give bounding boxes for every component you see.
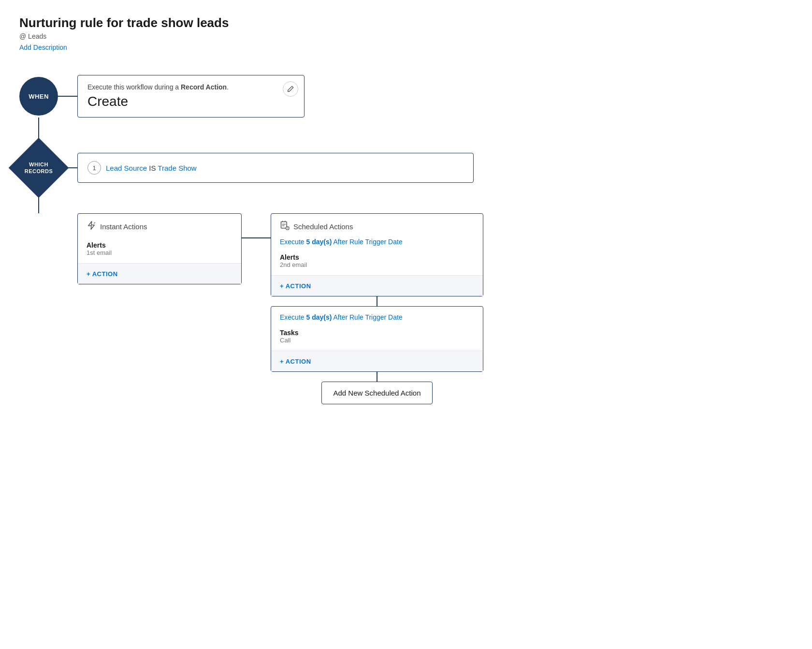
when-card: Execute this workflow during a Record Ac…: [77, 75, 304, 118]
when-node-area: WHEN: [19, 77, 58, 116]
scheduled-actions-column: Scheduled Actions Execute 5 day(s) After…: [271, 213, 483, 404]
actions-area: Instant Actions Alerts 1st email + ACTIO…: [77, 213, 793, 404]
action-type: Create: [87, 94, 294, 109]
svg-rect-0: [281, 222, 287, 228]
which-node-area: WHICH RECORDS: [19, 147, 58, 189]
scheduled-v-connector-1: [377, 296, 377, 306]
instant-actions-title: Instant Actions: [100, 222, 147, 231]
condition-value: Trade Show: [158, 164, 196, 172]
scheduled-actions-card-2: Execute 5 day(s) After Rule Trigger Date…: [271, 306, 483, 372]
condition-row: 1 Lead Source IS Trade Show: [87, 161, 464, 175]
condition-number: 1: [87, 161, 101, 175]
instant-add-action-button[interactable]: + ACTION: [87, 270, 118, 278]
scheduled-actions-footer-2: + ACTION: [271, 351, 483, 371]
scheduled-add-action-button-1[interactable]: + ACTION: [280, 282, 311, 290]
scheduled-actions-card-1: Scheduled Actions Execute 5 day(s) After…: [271, 213, 483, 296]
instant-actions-footer: + ACTION: [78, 263, 241, 284]
condition-operator: IS: [149, 164, 158, 172]
add-description-link[interactable]: Add Description: [19, 44, 67, 51]
scheduled-actions-footer-1: + ACTION: [271, 275, 483, 296]
condition-field: Lead Source: [106, 164, 147, 172]
execute-trigger-2: Execute 5 day(s) After Rule Trigger Date: [271, 307, 483, 325]
scheduled-actions-icon: [280, 221, 290, 232]
workflow-canvas: WHEN Execute this workflow during a Reco…: [19, 75, 793, 404]
instant-to-scheduled-connector: [242, 237, 271, 238]
when-h-connector: [58, 96, 77, 97]
scheduled-v-connector-2: [377, 372, 377, 382]
scheduled-actions-title: Scheduled Actions: [293, 222, 353, 231]
execute-trigger-1: Execute 5 day(s) After Rule Trigger Date: [271, 237, 483, 250]
which-records-node: WHICH RECORDS: [9, 138, 69, 198]
scheduled-action-sublabel-1: 2nd email: [280, 261, 474, 268]
which-row: WHICH RECORDS 1 Lead Source IS Trade Sho…: [19, 147, 793, 189]
when-node: WHEN: [19, 77, 58, 116]
instant-actions-card: Instant Actions Alerts 1st email + ACTIO…: [77, 213, 242, 284]
scheduled-action-item-1: Alerts 2nd email: [271, 250, 483, 271]
page-subtitle: @ Leads: [19, 32, 793, 40]
page-title: Nurturing rule for trade show leads: [19, 15, 793, 30]
instant-action-label: Alerts: [87, 241, 232, 249]
scheduled-action-sublabel-2: Call: [280, 337, 474, 344]
page-header: Nurturing rule for trade show leads @ Le…: [19, 15, 793, 52]
instant-actions-header: Instant Actions: [78, 214, 241, 237]
edit-when-button[interactable]: [283, 81, 298, 97]
instant-action-item: Alerts 1st email: [78, 237, 241, 259]
scheduled-action-item-2: Tasks Call: [271, 325, 483, 347]
scheduled-action-label-1: Alerts: [280, 253, 474, 261]
when-row: WHEN Execute this workflow during a Reco…: [19, 75, 793, 118]
instant-actions-icon: [87, 221, 96, 233]
instant-action-sublabel: 1st email: [87, 249, 232, 256]
which-records-card: 1 Lead Source IS Trade Show: [77, 153, 474, 183]
scheduled-actions-header: Scheduled Actions: [271, 214, 483, 237]
scheduled-action-label-2: Tasks: [280, 329, 474, 337]
scheduled-add-action-button-2[interactable]: + ACTION: [280, 358, 311, 365]
condition-text: Lead Source IS Trade Show: [106, 164, 197, 172]
add-scheduled-action-button[interactable]: Add New Scheduled Action: [321, 382, 433, 404]
edit-icon: [287, 86, 294, 92]
scheduled-group-with-header: Scheduled Actions Execute 5 day(s) After…: [271, 213, 483, 404]
execute-text: Execute this workflow during a Record Ac…: [87, 83, 294, 91]
